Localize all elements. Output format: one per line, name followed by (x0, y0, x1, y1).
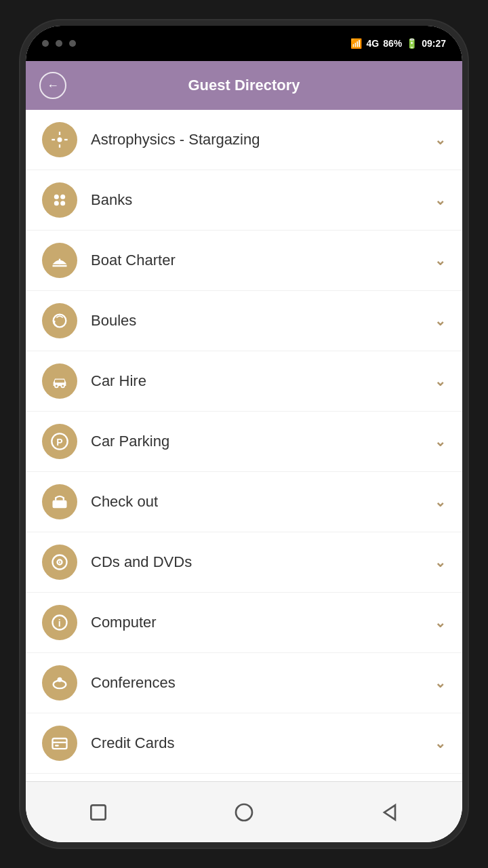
item-icon-check-out (42, 484, 77, 519)
page-title: Guest Directory (66, 77, 422, 94)
svg-point-0 (58, 138, 62, 142)
svg-point-32 (236, 804, 252, 821)
wifi-icon: 📶 (350, 38, 362, 49)
item-label: Conferences (91, 674, 434, 692)
item-icon-astrophysics (42, 122, 77, 157)
list-item[interactable]: Check out ⌄ (26, 472, 462, 532)
item-label: CDs and DVDs (91, 553, 434, 571)
svg-point-12 (55, 384, 58, 388)
nav-home-button[interactable] (227, 795, 261, 829)
battery-level: 86% (383, 38, 402, 49)
svg-point-5 (54, 195, 59, 199)
nav-square-button[interactable] (81, 795, 115, 829)
svg-text:P: P (56, 437, 62, 448)
header: ← Guest Directory (26, 61, 462, 110)
svg-marker-33 (384, 805, 395, 819)
directory-list: Astrophysics - Stargazing ⌄ Banks ⌄ Boat… (26, 110, 462, 781)
item-icon-car-hire (42, 363, 77, 399)
chevron-down-icon: ⌄ (434, 554, 446, 570)
item-label: Astrophysics - Stargazing (91, 131, 434, 149)
svg-rect-17 (53, 500, 67, 509)
list-item[interactable]: Banks ⌄ (26, 170, 462, 231)
back-arrow-icon: ← (47, 79, 59, 92)
chevron-down-icon: ⌄ (434, 735, 446, 751)
chevron-down-icon: ⌄ (434, 433, 446, 450)
chevron-down-icon: ⌄ (434, 132, 446, 148)
item-label: Boules (91, 312, 434, 330)
item-label: Banks (91, 191, 434, 209)
svg-point-8 (60, 201, 65, 205)
signal-strength: 4G (366, 38, 379, 49)
list-item[interactable]: CDs and DVDs ⌄ (26, 532, 462, 593)
list-item[interactable]: Car Hire ⌄ (26, 351, 462, 412)
item-label: Car Parking (91, 433, 434, 450)
back-button[interactable]: ← (39, 72, 66, 99)
svg-point-7 (54, 201, 59, 205)
svg-rect-27 (55, 745, 59, 746)
svg-rect-31 (92, 805, 106, 819)
item-icon-boules (42, 303, 77, 338)
item-label: Credit Cards (91, 734, 434, 752)
chevron-down-icon: ⌄ (434, 313, 446, 329)
item-icon-credit-cards (42, 726, 77, 761)
svg-point-20 (59, 561, 60, 563)
list-item[interactable]: P Car Parking ⌄ (26, 412, 462, 472)
svg-point-6 (60, 195, 65, 199)
svg-rect-25 (53, 738, 67, 749)
chevron-down-icon: ⌄ (434, 675, 446, 691)
list-item[interactable]: Boules ⌄ (26, 291, 462, 351)
status-bar-right: 📶 4G 86% 🔋 09:27 (350, 38, 446, 49)
item-label: Boat Charter (91, 252, 434, 269)
item-icon-cds-dvds (42, 545, 77, 580)
item-label: Car Hire (91, 372, 434, 390)
item-icon-computer: i (42, 605, 77, 640)
item-icon-boat-charter (42, 243, 77, 278)
list-item[interactable]: Astrophysics - Stargazing ⌄ (26, 110, 462, 170)
nav-back-button[interactable] (373, 795, 407, 829)
chevron-down-icon: ⌄ (434, 192, 446, 208)
item-icon-banks (42, 182, 77, 218)
svg-point-13 (61, 384, 64, 388)
item-icon-car-parking: P (42, 424, 77, 459)
item-icon-conferences (42, 665, 77, 701)
svg-rect-14 (55, 380, 64, 383)
chevron-down-icon: ⌄ (434, 252, 446, 269)
status-bar: 📶 4G 86% 🔋 09:27 (26, 26, 462, 61)
bottom-navigation (26, 781, 462, 842)
list-item[interactable]: Croquet ⌄ (26, 774, 462, 781)
chevron-down-icon: ⌄ (434, 373, 446, 389)
svg-point-24 (58, 677, 62, 682)
list-item[interactable]: i Computer ⌄ (26, 593, 462, 653)
list-item[interactable]: Conferences ⌄ (26, 653, 462, 713)
battery-icon: 🔋 (406, 38, 418, 49)
phone-frame: 📶 4G 86% 🔋 09:27 ← Guest Directory Astro… (20, 20, 468, 848)
item-label: Check out (91, 493, 434, 511)
list-item[interactable]: Credit Cards ⌄ (26, 713, 462, 774)
list-item[interactable]: Boat Charter ⌄ (26, 231, 462, 291)
chevron-down-icon: ⌄ (434, 614, 446, 631)
item-label: Computer (91, 614, 434, 631)
svg-text:i: i (58, 618, 61, 629)
clock: 09:27 (422, 38, 446, 49)
chevron-down-icon: ⌄ (434, 494, 446, 510)
